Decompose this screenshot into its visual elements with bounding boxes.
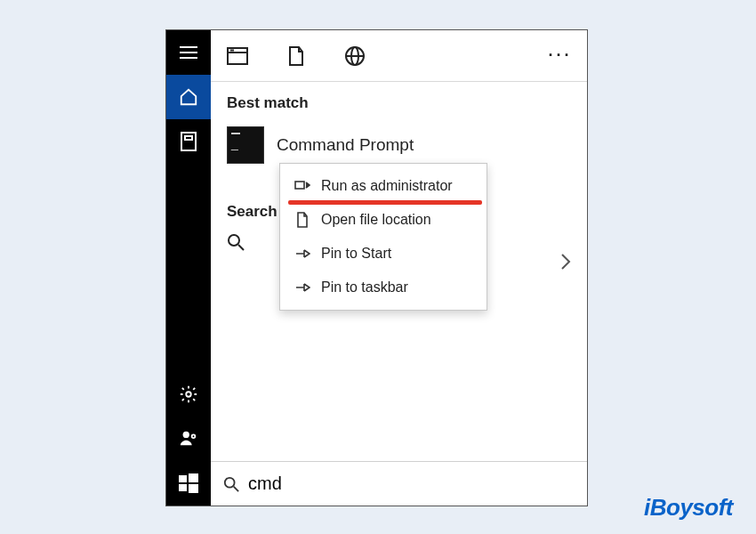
svg-rect-8 (179, 475, 187, 482)
svg-rect-9 (189, 473, 198, 482)
svg-point-20 (225, 477, 235, 487)
search-query-text: cmd (248, 473, 282, 494)
windows-start-icon[interactable] (166, 461, 211, 506)
svg-point-6 (183, 432, 189, 438)
left-rail (166, 30, 211, 506)
settings-icon[interactable] (166, 372, 211, 417)
ctx-run-as-admin[interactable]: Run as administrator (280, 169, 487, 203)
ctx-pin-to-start-label: Pin to Start (321, 246, 391, 262)
result-title: Command Prompt (277, 135, 414, 155)
svg-line-19 (238, 245, 244, 250)
document-icon[interactable] (166, 119, 211, 164)
ctx-pin-to-taskbar[interactable]: Pin to taskbar (280, 271, 487, 304)
result-command-prompt[interactable]: Command Prompt (227, 126, 571, 164)
highlight-underline (288, 200, 482, 205)
account-icon[interactable] (166, 417, 211, 461)
home-icon[interactable] (166, 75, 211, 119)
documents-tab-icon[interactable] (275, 35, 318, 77)
svg-line-21 (234, 486, 238, 490)
svg-point-5 (186, 392, 191, 397)
shield-icon (294, 179, 310, 193)
ctx-open-file-location-label: Open file location (321, 212, 431, 228)
tab-bar: ··· (211, 30, 587, 82)
best-match-heading: Best match (227, 94, 571, 112)
ctx-open-file-location[interactable]: Open file location (280, 203, 487, 237)
pin-icon (294, 247, 310, 260)
chevron-right-icon[interactable] (560, 253, 571, 271)
file-location-icon (294, 212, 310, 228)
svg-rect-4 (185, 136, 192, 140)
hamburger-button[interactable] (166, 30, 211, 75)
search-icon (223, 476, 239, 492)
watermark-logo: iBoysoft (644, 494, 733, 522)
context-menu: Run as administrator Open file location … (279, 163, 487, 311)
search-bar[interactable]: cmd (211, 461, 587, 506)
ctx-pin-to-taskbar-label: Pin to taskbar (321, 279, 408, 295)
svg-rect-22 (295, 182, 304, 189)
search-heading-text: Search (227, 203, 277, 220)
svg-point-18 (229, 235, 239, 246)
apps-tab-icon[interactable] (216, 35, 259, 77)
pin-taskbar-icon (294, 281, 310, 294)
ctx-run-as-admin-label: Run as administrator (321, 178, 453, 194)
command-prompt-icon (227, 126, 264, 164)
web-tab-icon[interactable] (334, 35, 376, 77)
svg-rect-11 (189, 484, 198, 493)
ctx-pin-to-start[interactable]: Pin to Start (280, 237, 487, 271)
svg-rect-10 (179, 484, 187, 491)
more-tabs-button[interactable]: ··· (539, 35, 582, 77)
svg-point-7 (192, 434, 196, 438)
